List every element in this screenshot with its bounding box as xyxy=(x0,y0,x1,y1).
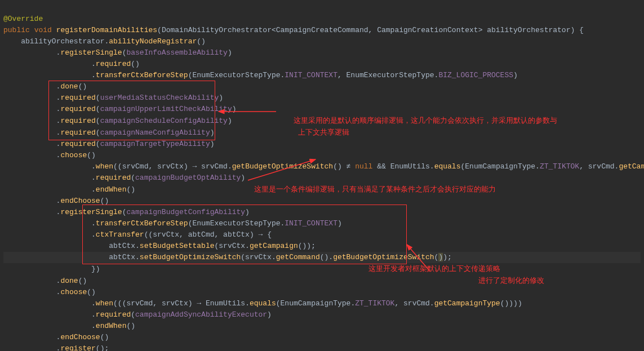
comment-1-line1: 这里采用的是默认的顺序编排逻辑，这几个能力会依次执行，并采用默认的参数与 xyxy=(294,116,557,125)
comment-1-line2: 上下文共享逻辑 xyxy=(298,128,349,136)
comment-2: 这里是一个条件编排逻辑，只有当满足了某种条件之后才会执行对应的能力 xyxy=(254,185,496,193)
comment-3-line2: 进行了定制化的修改 xyxy=(478,276,544,285)
keyword-public: public xyxy=(3,26,30,34)
comment-3-line1: 这里开发者对框架默认的上下文传递策略 xyxy=(368,264,500,273)
override-annotation: @Override xyxy=(3,15,43,23)
method-name: registerDomainAbilities xyxy=(56,26,157,34)
code-editor[interactable]: @Override public void registerDomainAbil… xyxy=(0,0,644,351)
keyword-void: void xyxy=(34,26,52,34)
